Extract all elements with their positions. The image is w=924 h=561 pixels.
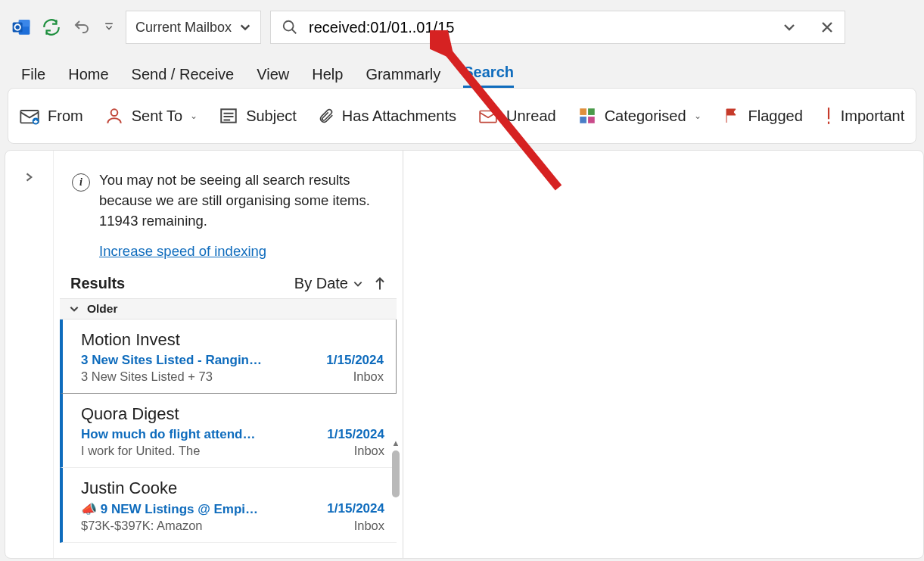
message-from: Quora Digest [81, 404, 384, 424]
svg-rect-15 [828, 122, 829, 124]
search-input[interactable] [309, 19, 772, 36]
search-ribbon: From Sent To ⌄ Subject Has Attachments U… [8, 88, 916, 144]
svg-point-4 [284, 21, 294, 31]
message-from: Justin Cooke [81, 478, 384, 498]
message-folder: Inbox [354, 444, 384, 458]
svg-rect-11 [588, 108, 595, 115]
message-preview: $73K-$397K: Amazon [81, 519, 203, 533]
tab-home[interactable]: Home [68, 66, 108, 88]
message-items: Motion Invest 3 New Sites Listed - Rangi… [54, 319, 403, 543]
chevron-down-icon: ⌄ [190, 111, 198, 121]
title-bar: Current Mailbox [0, 0, 924, 55]
svg-rect-9 [480, 111, 496, 123]
from-button[interactable]: From [19, 105, 83, 126]
group-label: Older [87, 302, 117, 316]
svg-rect-10 [580, 108, 586, 115]
qat-customize-icon[interactable] [101, 23, 117, 32]
sort-direction-icon[interactable] [374, 276, 386, 291]
tab-view[interactable]: View [257, 66, 289, 88]
message-subject: How much do flight attend… [81, 427, 255, 442]
important-label: Important [841, 108, 904, 125]
search-scope-label: Current Mailbox [135, 20, 232, 36]
tab-grammarly[interactable]: Grammarly [366, 66, 440, 88]
message-date: 1/15/2024 [326, 353, 384, 368]
message-list-pane: i You may not be seeing all search resul… [54, 151, 403, 558]
categorised-button[interactable]: Categorised ⌄ [577, 106, 702, 126]
message-preview: 3 New Sites Listed + 73 [81, 369, 213, 384]
folder-pane-collapsed [5, 151, 54, 558]
results-header: Results By Date [54, 270, 403, 298]
message-preview: I work for United. The [81, 444, 200, 458]
info-icon: i [72, 173, 90, 192]
sent-to-label: Sent To [132, 108, 182, 125]
ribbon-tabs: File Home Send / Receive View Help Gramm… [0, 55, 924, 88]
indexing-info-banner: i You may not be seeing all search resul… [54, 151, 403, 238]
svg-rect-12 [580, 117, 586, 123]
message-folder: Inbox [354, 519, 384, 533]
tab-help[interactable]: Help [312, 66, 343, 88]
expand-folder-pane-icon[interactable] [24, 172, 35, 558]
attachments-button[interactable]: Has Attachments [318, 106, 456, 126]
attachments-label: Has Attachments [342, 108, 456, 125]
sort-by-date[interactable]: By Date [294, 275, 363, 292]
svg-rect-13 [588, 117, 595, 123]
search-dropdown-icon[interactable] [782, 20, 796, 34]
announcement-icon: 📣 [81, 502, 97, 516]
refresh-icon[interactable] [41, 17, 62, 38]
unread-label: Unread [506, 108, 556, 125]
tab-send-receive[interactable]: Send / Receive [132, 66, 235, 88]
scroll-up-icon[interactable]: ▲ [392, 438, 400, 447]
scroll-thumb[interactable] [392, 450, 400, 497]
message-item[interactable]: Motion Invest 3 New Sites Listed - Rangi… [60, 319, 397, 394]
categorised-label: Categorised [605, 108, 686, 125]
svg-point-7 [110, 109, 117, 116]
unread-button[interactable]: Unread [478, 106, 556, 126]
sort-label: By Date [294, 275, 348, 292]
message-item[interactable]: Quora Digest How much do flight attend… … [60, 394, 397, 468]
search-icon [282, 19, 298, 36]
increase-indexing-link[interactable]: Increase speed of indexing [54, 238, 403, 270]
message-subject: 3 New Sites Listed - Rangin… [81, 353, 262, 368]
message-folder: Inbox [353, 369, 384, 384]
message-date: 1/15/2024 [327, 501, 384, 517]
tab-file[interactable]: File [21, 66, 45, 88]
group-header-older[interactable]: Older [60, 298, 397, 319]
svg-rect-14 [828, 108, 829, 119]
clear-search-icon[interactable] [820, 20, 834, 34]
search-box[interactable] [270, 11, 845, 44]
scrollbar[interactable]: ▲ [390, 438, 401, 559]
undo-icon[interactable] [71, 17, 92, 38]
subject-button[interactable]: Subject [219, 106, 297, 126]
from-label: From [48, 108, 83, 125]
message-date: 1/15/2024 [327, 427, 384, 442]
sent-to-button[interactable]: Sent To ⌄ [104, 106, 198, 126]
outlook-logo-icon [11, 17, 32, 38]
message-subject: 📣 9 NEW Listings @ Empir… [81, 501, 263, 517]
subject-label: Subject [246, 108, 297, 125]
tab-search[interactable]: Search [463, 64, 514, 88]
flagged-button[interactable]: Flagged [723, 106, 803, 126]
chevron-down-icon: ⌄ [694, 111, 702, 121]
message-item[interactable]: Justin Cooke 📣 9 NEW Listings @ Empir… 1… [60, 468, 397, 543]
message-from: Motion Invest [81, 330, 384, 350]
search-scope-select[interactable]: Current Mailbox [126, 11, 261, 44]
indexing-info-text: You may not be seeing all search results… [99, 170, 384, 231]
flagged-label: Flagged [748, 108, 803, 125]
chevron-down-icon [239, 21, 251, 33]
important-button[interactable]: Important [824, 106, 904, 126]
results-title: Results [70, 275, 125, 292]
content-area: i You may not be seeing all search resul… [5, 150, 924, 559]
